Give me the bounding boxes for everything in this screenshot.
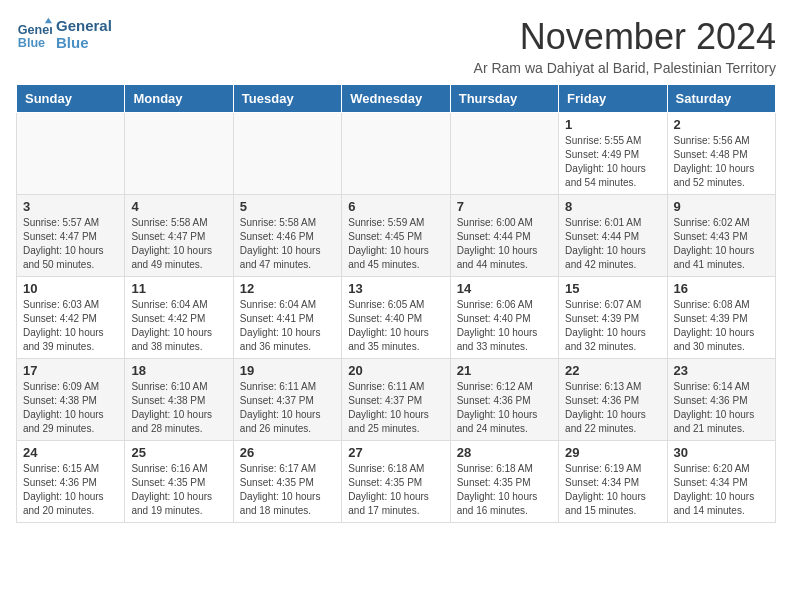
calendar-cell: 4Sunrise: 5:58 AM Sunset: 4:47 PM Daylig… — [125, 195, 233, 277]
day-number: 12 — [240, 281, 335, 296]
month-title: November 2024 — [474, 16, 776, 58]
logo-line1: General — [56, 17, 112, 34]
calendar-cell: 1Sunrise: 5:55 AM Sunset: 4:49 PM Daylig… — [559, 113, 667, 195]
calendar-cell: 16Sunrise: 6:08 AM Sunset: 4:39 PM Dayli… — [667, 277, 775, 359]
day-number: 2 — [674, 117, 769, 132]
calendar-week-row: 1Sunrise: 5:55 AM Sunset: 4:49 PM Daylig… — [17, 113, 776, 195]
day-number: 14 — [457, 281, 552, 296]
day-number: 6 — [348, 199, 443, 214]
day-number: 5 — [240, 199, 335, 214]
logo-icon: General Blue — [16, 16, 52, 52]
day-info: Sunrise: 5:55 AM Sunset: 4:49 PM Dayligh… — [565, 134, 660, 190]
calendar-cell: 12Sunrise: 6:04 AM Sunset: 4:41 PM Dayli… — [233, 277, 341, 359]
day-number: 4 — [131, 199, 226, 214]
day-number: 26 — [240, 445, 335, 460]
day-info: Sunrise: 5:59 AM Sunset: 4:45 PM Dayligh… — [348, 216, 443, 272]
calendar-week-row: 10Sunrise: 6:03 AM Sunset: 4:42 PM Dayli… — [17, 277, 776, 359]
calendar-cell: 6Sunrise: 5:59 AM Sunset: 4:45 PM Daylig… — [342, 195, 450, 277]
day-number: 25 — [131, 445, 226, 460]
day-info: Sunrise: 6:16 AM Sunset: 4:35 PM Dayligh… — [131, 462, 226, 518]
subtitle: Ar Ram wa Dahiyat al Barid, Palestinian … — [474, 60, 776, 76]
day-number: 21 — [457, 363, 552, 378]
day-number: 30 — [674, 445, 769, 460]
day-number: 10 — [23, 281, 118, 296]
day-number: 23 — [674, 363, 769, 378]
calendar-cell: 2Sunrise: 5:56 AM Sunset: 4:48 PM Daylig… — [667, 113, 775, 195]
day-number: 9 — [674, 199, 769, 214]
title-area: November 2024 Ar Ram wa Dahiyat al Barid… — [474, 16, 776, 76]
calendar-week-row: 17Sunrise: 6:09 AM Sunset: 4:38 PM Dayli… — [17, 359, 776, 441]
logo-line2: Blue — [56, 34, 112, 51]
day-number: 15 — [565, 281, 660, 296]
calendar-cell — [125, 113, 233, 195]
day-info: Sunrise: 6:15 AM Sunset: 4:36 PM Dayligh… — [23, 462, 118, 518]
calendar-cell — [17, 113, 125, 195]
day-info: Sunrise: 5:57 AM Sunset: 4:47 PM Dayligh… — [23, 216, 118, 272]
calendar-cell: 8Sunrise: 6:01 AM Sunset: 4:44 PM Daylig… — [559, 195, 667, 277]
day-number: 16 — [674, 281, 769, 296]
day-info: Sunrise: 6:01 AM Sunset: 4:44 PM Dayligh… — [565, 216, 660, 272]
day-number: 22 — [565, 363, 660, 378]
calendar-cell: 7Sunrise: 6:00 AM Sunset: 4:44 PM Daylig… — [450, 195, 558, 277]
day-info: Sunrise: 6:07 AM Sunset: 4:39 PM Dayligh… — [565, 298, 660, 354]
day-info: Sunrise: 6:06 AM Sunset: 4:40 PM Dayligh… — [457, 298, 552, 354]
weekday-header: Saturday — [667, 85, 775, 113]
day-number: 13 — [348, 281, 443, 296]
calendar-cell: 27Sunrise: 6:18 AM Sunset: 4:35 PM Dayli… — [342, 441, 450, 523]
calendar-week-row: 3Sunrise: 5:57 AM Sunset: 4:47 PM Daylig… — [17, 195, 776, 277]
calendar-cell — [233, 113, 341, 195]
calendar-cell: 23Sunrise: 6:14 AM Sunset: 4:36 PM Dayli… — [667, 359, 775, 441]
day-info: Sunrise: 6:19 AM Sunset: 4:34 PM Dayligh… — [565, 462, 660, 518]
day-info: Sunrise: 5:58 AM Sunset: 4:46 PM Dayligh… — [240, 216, 335, 272]
day-info: Sunrise: 6:08 AM Sunset: 4:39 PM Dayligh… — [674, 298, 769, 354]
calendar-cell — [342, 113, 450, 195]
calendar-cell: 19Sunrise: 6:11 AM Sunset: 4:37 PM Dayli… — [233, 359, 341, 441]
page-header: General Blue General Blue November 2024 … — [16, 16, 776, 76]
calendar-cell — [450, 113, 558, 195]
day-number: 17 — [23, 363, 118, 378]
day-info: Sunrise: 6:11 AM Sunset: 4:37 PM Dayligh… — [240, 380, 335, 436]
calendar-cell: 28Sunrise: 6:18 AM Sunset: 4:35 PM Dayli… — [450, 441, 558, 523]
weekday-header-row: SundayMondayTuesdayWednesdayThursdayFrid… — [17, 85, 776, 113]
day-info: Sunrise: 6:02 AM Sunset: 4:43 PM Dayligh… — [674, 216, 769, 272]
day-info: Sunrise: 6:03 AM Sunset: 4:42 PM Dayligh… — [23, 298, 118, 354]
day-info: Sunrise: 6:18 AM Sunset: 4:35 PM Dayligh… — [348, 462, 443, 518]
day-info: Sunrise: 5:58 AM Sunset: 4:47 PM Dayligh… — [131, 216, 226, 272]
day-info: Sunrise: 6:05 AM Sunset: 4:40 PM Dayligh… — [348, 298, 443, 354]
calendar-cell: 20Sunrise: 6:11 AM Sunset: 4:37 PM Dayli… — [342, 359, 450, 441]
day-info: Sunrise: 6:20 AM Sunset: 4:34 PM Dayligh… — [674, 462, 769, 518]
calendar-cell: 10Sunrise: 6:03 AM Sunset: 4:42 PM Dayli… — [17, 277, 125, 359]
calendar-week-row: 24Sunrise: 6:15 AM Sunset: 4:36 PM Dayli… — [17, 441, 776, 523]
day-number: 3 — [23, 199, 118, 214]
calendar-cell: 15Sunrise: 6:07 AM Sunset: 4:39 PM Dayli… — [559, 277, 667, 359]
calendar-cell: 17Sunrise: 6:09 AM Sunset: 4:38 PM Dayli… — [17, 359, 125, 441]
day-number: 18 — [131, 363, 226, 378]
day-number: 28 — [457, 445, 552, 460]
day-number: 7 — [457, 199, 552, 214]
calendar-cell: 11Sunrise: 6:04 AM Sunset: 4:42 PM Dayli… — [125, 277, 233, 359]
calendar-cell: 13Sunrise: 6:05 AM Sunset: 4:40 PM Dayli… — [342, 277, 450, 359]
calendar-cell: 18Sunrise: 6:10 AM Sunset: 4:38 PM Dayli… — [125, 359, 233, 441]
day-info: Sunrise: 6:14 AM Sunset: 4:36 PM Dayligh… — [674, 380, 769, 436]
calendar-cell: 14Sunrise: 6:06 AM Sunset: 4:40 PM Dayli… — [450, 277, 558, 359]
day-info: Sunrise: 6:00 AM Sunset: 4:44 PM Dayligh… — [457, 216, 552, 272]
calendar-cell: 30Sunrise: 6:20 AM Sunset: 4:34 PM Dayli… — [667, 441, 775, 523]
calendar-cell: 24Sunrise: 6:15 AM Sunset: 4:36 PM Dayli… — [17, 441, 125, 523]
calendar-cell: 5Sunrise: 5:58 AM Sunset: 4:46 PM Daylig… — [233, 195, 341, 277]
svg-marker-2 — [45, 18, 52, 23]
calendar-cell: 22Sunrise: 6:13 AM Sunset: 4:36 PM Dayli… — [559, 359, 667, 441]
day-number: 1 — [565, 117, 660, 132]
calendar-cell: 29Sunrise: 6:19 AM Sunset: 4:34 PM Dayli… — [559, 441, 667, 523]
weekday-header: Thursday — [450, 85, 558, 113]
calendar-cell: 9Sunrise: 6:02 AM Sunset: 4:43 PM Daylig… — [667, 195, 775, 277]
day-info: Sunrise: 5:56 AM Sunset: 4:48 PM Dayligh… — [674, 134, 769, 190]
day-info: Sunrise: 6:04 AM Sunset: 4:41 PM Dayligh… — [240, 298, 335, 354]
day-info: Sunrise: 6:10 AM Sunset: 4:38 PM Dayligh… — [131, 380, 226, 436]
day-info: Sunrise: 6:13 AM Sunset: 4:36 PM Dayligh… — [565, 380, 660, 436]
day-number: 11 — [131, 281, 226, 296]
weekday-header: Monday — [125, 85, 233, 113]
logo: General Blue General Blue — [16, 16, 112, 52]
weekday-header: Tuesday — [233, 85, 341, 113]
weekday-header: Sunday — [17, 85, 125, 113]
calendar-cell: 21Sunrise: 6:12 AM Sunset: 4:36 PM Dayli… — [450, 359, 558, 441]
